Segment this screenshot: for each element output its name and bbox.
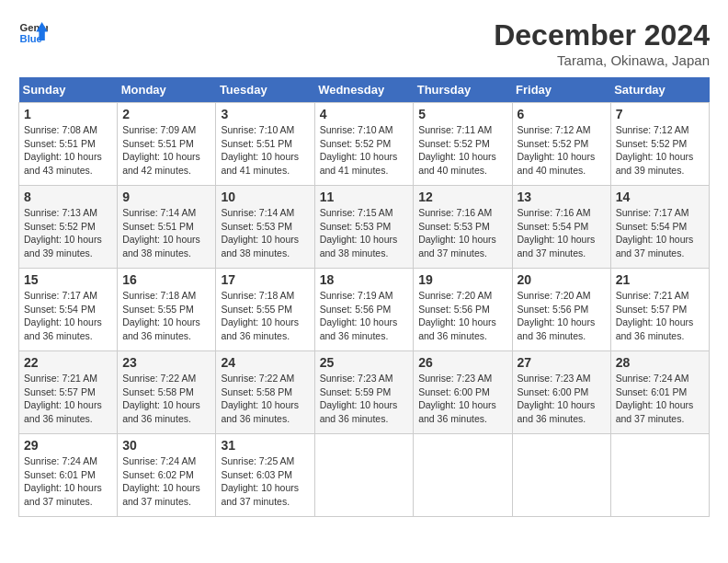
location-subtitle: Tarama, Okinawa, Japan bbox=[494, 52, 710, 68]
day-number: 30 bbox=[122, 438, 210, 453]
month-title: December 2024 bbox=[494, 18, 710, 52]
col-thursday: Thursday bbox=[414, 77, 512, 103]
calendar-cell: 3Sunrise: 7:10 AMSunset: 5:51 PMDaylight… bbox=[216, 103, 314, 186]
calendar-cell: 5Sunrise: 7:11 AMSunset: 5:52 PMDaylight… bbox=[414, 103, 512, 186]
day-number: 25 bbox=[320, 355, 409, 370]
day-number: 31 bbox=[221, 438, 309, 453]
calendar-cell bbox=[610, 434, 709, 517]
logo-icon: General Blue bbox=[18, 18, 48, 48]
calendar-week-row: 15Sunrise: 7:17 AMSunset: 5:54 PMDayligh… bbox=[19, 269, 710, 351]
day-number: 14 bbox=[616, 190, 704, 204]
calendar-cell: 24Sunrise: 7:22 AMSunset: 5:58 PMDayligh… bbox=[216, 351, 314, 434]
day-info: Sunrise: 7:24 AMSunset: 6:02 PMDaylight:… bbox=[122, 454, 210, 509]
calendar-week-row: 29Sunrise: 7:24 AMSunset: 6:01 PMDayligh… bbox=[19, 434, 710, 517]
day-info: Sunrise: 7:10 AMSunset: 5:52 PMDaylight:… bbox=[320, 123, 409, 178]
day-info: Sunrise: 7:13 AMSunset: 5:52 PMDaylight:… bbox=[24, 206, 112, 260]
calendar-cell: 9Sunrise: 7:14 AMSunset: 5:51 PMDaylight… bbox=[118, 186, 216, 269]
title-block: December 2024 Tarama, Okinawa, Japan bbox=[494, 18, 710, 68]
calendar-header-row: Sunday Monday Tuesday Wednesday Thursday… bbox=[19, 77, 710, 103]
calendar-week-row: 8Sunrise: 7:13 AMSunset: 5:52 PMDaylight… bbox=[19, 186, 710, 269]
day-info: Sunrise: 7:24 AMSunset: 6:01 PMDaylight:… bbox=[24, 454, 112, 509]
day-info: Sunrise: 7:23 AMSunset: 5:59 PMDaylight:… bbox=[320, 372, 409, 426]
day-number: 1 bbox=[24, 107, 112, 121]
day-number: 28 bbox=[616, 355, 704, 370]
calendar-cell: 1Sunrise: 7:08 AMSunset: 5:51 PMDaylight… bbox=[19, 103, 118, 186]
day-number: 5 bbox=[418, 107, 506, 121]
day-info: Sunrise: 7:12 AMSunset: 5:52 PMDaylight:… bbox=[616, 123, 704, 178]
calendar-cell: 12Sunrise: 7:16 AMSunset: 5:53 PMDayligh… bbox=[414, 186, 512, 269]
calendar-cell: 29Sunrise: 7:24 AMSunset: 6:01 PMDayligh… bbox=[19, 434, 118, 517]
calendar-cell: 23Sunrise: 7:22 AMSunset: 5:58 PMDayligh… bbox=[118, 351, 216, 434]
day-info: Sunrise: 7:20 AMSunset: 5:56 PMDaylight:… bbox=[518, 289, 606, 343]
day-number: 24 bbox=[221, 355, 309, 370]
calendar-cell: 21Sunrise: 7:21 AMSunset: 5:57 PMDayligh… bbox=[610, 269, 709, 351]
day-info: Sunrise: 7:08 AMSunset: 5:51 PMDaylight:… bbox=[24, 123, 112, 178]
calendar-week-row: 1Sunrise: 7:08 AMSunset: 5:51 PMDaylight… bbox=[19, 103, 710, 186]
calendar-cell: 11Sunrise: 7:15 AMSunset: 5:53 PMDayligh… bbox=[314, 186, 414, 269]
day-info: Sunrise: 7:18 AMSunset: 5:55 PMDaylight:… bbox=[221, 289, 309, 343]
calendar-cell: 8Sunrise: 7:13 AMSunset: 5:52 PMDaylight… bbox=[19, 186, 118, 269]
day-number: 8 bbox=[24, 190, 112, 204]
day-info: Sunrise: 7:17 AMSunset: 5:54 PMDaylight:… bbox=[24, 289, 112, 343]
svg-text:Blue: Blue bbox=[20, 33, 42, 44]
day-number: 19 bbox=[418, 272, 506, 287]
calendar-cell: 7Sunrise: 7:12 AMSunset: 5:52 PMDaylight… bbox=[610, 103, 709, 186]
calendar-cell: 14Sunrise: 7:17 AMSunset: 5:54 PMDayligh… bbox=[610, 186, 709, 269]
calendar-cell: 28Sunrise: 7:24 AMSunset: 6:01 PMDayligh… bbox=[610, 351, 709, 434]
calendar-cell: 30Sunrise: 7:24 AMSunset: 6:02 PMDayligh… bbox=[118, 434, 216, 517]
day-info: Sunrise: 7:12 AMSunset: 5:52 PMDaylight:… bbox=[518, 123, 606, 178]
calendar-cell bbox=[314, 434, 414, 517]
day-info: Sunrise: 7:24 AMSunset: 6:01 PMDaylight:… bbox=[616, 372, 704, 426]
calendar-week-row: 22Sunrise: 7:21 AMSunset: 5:57 PMDayligh… bbox=[19, 351, 710, 434]
day-info: Sunrise: 7:19 AMSunset: 5:56 PMDaylight:… bbox=[320, 289, 409, 343]
day-info: Sunrise: 7:15 AMSunset: 5:53 PMDaylight:… bbox=[320, 206, 409, 260]
day-number: 21 bbox=[616, 272, 704, 287]
calendar-cell: 15Sunrise: 7:17 AMSunset: 5:54 PMDayligh… bbox=[19, 269, 118, 351]
day-info: Sunrise: 7:22 AMSunset: 5:58 PMDaylight:… bbox=[122, 372, 210, 426]
day-number: 18 bbox=[320, 272, 409, 287]
calendar-cell: 16Sunrise: 7:18 AMSunset: 5:55 PMDayligh… bbox=[118, 269, 216, 351]
col-sunday: Sunday bbox=[19, 77, 118, 103]
day-info: Sunrise: 7:10 AMSunset: 5:51 PMDaylight:… bbox=[221, 123, 309, 178]
calendar-cell: 17Sunrise: 7:18 AMSunset: 5:55 PMDayligh… bbox=[216, 269, 314, 351]
calendar-cell bbox=[512, 434, 610, 517]
day-number: 3 bbox=[221, 107, 309, 121]
day-info: Sunrise: 7:16 AMSunset: 5:53 PMDaylight:… bbox=[418, 206, 506, 260]
calendar-cell: 13Sunrise: 7:16 AMSunset: 5:54 PMDayligh… bbox=[512, 186, 610, 269]
day-info: Sunrise: 7:21 AMSunset: 5:57 PMDaylight:… bbox=[24, 372, 112, 426]
calendar-cell: 6Sunrise: 7:12 AMSunset: 5:52 PMDaylight… bbox=[512, 103, 610, 186]
day-info: Sunrise: 7:21 AMSunset: 5:57 PMDaylight:… bbox=[616, 289, 704, 343]
day-number: 7 bbox=[616, 107, 704, 121]
day-info: Sunrise: 7:18 AMSunset: 5:55 PMDaylight:… bbox=[122, 289, 210, 343]
calendar-table: Sunday Monday Tuesday Wednesday Thursday… bbox=[18, 77, 710, 517]
day-number: 15 bbox=[24, 272, 112, 287]
col-monday: Monday bbox=[118, 77, 216, 103]
day-number: 9 bbox=[122, 190, 210, 204]
day-number: 26 bbox=[418, 355, 506, 370]
day-number: 10 bbox=[221, 190, 309, 204]
day-info: Sunrise: 7:14 AMSunset: 5:51 PMDaylight:… bbox=[122, 206, 210, 260]
day-info: Sunrise: 7:17 AMSunset: 5:54 PMDaylight:… bbox=[616, 206, 704, 260]
day-number: 13 bbox=[518, 190, 606, 204]
day-number: 17 bbox=[221, 272, 309, 287]
calendar-cell bbox=[414, 434, 512, 517]
day-info: Sunrise: 7:23 AMSunset: 6:00 PMDaylight:… bbox=[518, 372, 606, 426]
calendar-cell: 10Sunrise: 7:14 AMSunset: 5:53 PMDayligh… bbox=[216, 186, 314, 269]
day-info: Sunrise: 7:16 AMSunset: 5:54 PMDaylight:… bbox=[518, 206, 606, 260]
day-number: 11 bbox=[320, 190, 409, 204]
day-info: Sunrise: 7:25 AMSunset: 6:03 PMDaylight:… bbox=[221, 454, 309, 509]
calendar-cell: 19Sunrise: 7:20 AMSunset: 5:56 PMDayligh… bbox=[414, 269, 512, 351]
day-number: 29 bbox=[24, 438, 112, 453]
col-wednesday: Wednesday bbox=[314, 77, 414, 103]
day-number: 22 bbox=[24, 355, 112, 370]
calendar-cell: 27Sunrise: 7:23 AMSunset: 6:00 PMDayligh… bbox=[512, 351, 610, 434]
calendar-cell: 22Sunrise: 7:21 AMSunset: 5:57 PMDayligh… bbox=[19, 351, 118, 434]
day-number: 4 bbox=[320, 107, 409, 121]
day-number: 6 bbox=[518, 107, 606, 121]
day-info: Sunrise: 7:11 AMSunset: 5:52 PMDaylight:… bbox=[418, 123, 506, 178]
page-header: General Blue December 2024 Tarama, Okina… bbox=[18, 18, 710, 68]
day-number: 16 bbox=[122, 272, 210, 287]
calendar-cell: 4Sunrise: 7:10 AMSunset: 5:52 PMDaylight… bbox=[314, 103, 414, 186]
calendar-cell: 26Sunrise: 7:23 AMSunset: 6:00 PMDayligh… bbox=[414, 351, 512, 434]
col-friday: Friday bbox=[512, 77, 610, 103]
